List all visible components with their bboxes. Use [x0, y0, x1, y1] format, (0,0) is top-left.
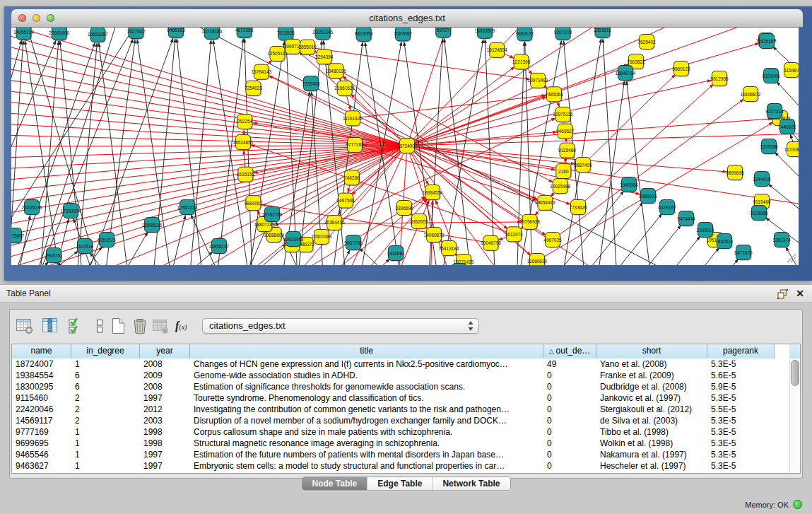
cell-title[interactable]: Estimation of significance thresholds fo… [190, 381, 543, 392]
graph-node[interactable]: 16648784 [616, 66, 636, 81]
cell-name[interactable]: 9115460 [12, 392, 71, 404]
cell-name[interactable]: 18724007 [12, 358, 71, 370]
cell-out_degree[interactable]: 0 [543, 381, 596, 392]
table-settings-icon[interactable] [16, 317, 34, 335]
table-row[interactable]: 1830029562008Estimation of significance … [12, 381, 800, 392]
minimize-window-button[interactable] [33, 14, 40, 22]
cell-short[interactable]: Stergiakouli et al. (2012) [596, 404, 707, 415]
graph-node[interactable]: 11310891 [784, 142, 799, 158]
graph-node[interactable]: 1527602 [127, 28, 146, 40]
graph-node[interactable]: 3391611 [594, 28, 611, 39]
cell-out_degree[interactable]: 0 [543, 426, 596, 438]
cell-title[interactable]: Tourette syndrome. Phenomenology and cla… [190, 392, 543, 404]
graph-node[interactable]: 8850?1 [452, 264, 468, 266]
graph-node[interactable]: 19654923 [535, 195, 555, 211]
column-header-out_de[interactable]: △out_de… [543, 344, 596, 358]
graph-node[interactable]: 1612074 [505, 227, 524, 243]
cell-year[interactable]: 1997 [140, 392, 190, 404]
graph-node[interactable]: 4967025 [543, 233, 562, 248]
graph-node[interactable]: 12505115 [142, 218, 163, 233]
cell-year[interactable]: 1998 [140, 438, 190, 449]
graph-node[interactable]: 2160 [556, 164, 572, 180]
graph-node[interactable]: 1445021 [778, 119, 796, 135]
cell-pagerank[interactable]: 5.3E-5 [707, 460, 775, 472]
column-header-pagerank[interactable]: pagerank [707, 344, 775, 358]
graph-node[interactable]: 19166872 [741, 87, 761, 103]
cell-year[interactable]: 1997 [140, 460, 190, 472]
graph-node[interactable]: 1640954 [620, 177, 638, 193]
cell-pagerank[interactable]: 5.6E-5 [707, 370, 775, 381]
cell-short[interactable]: Hescheler et al. (1997) [596, 460, 707, 472]
graph-node[interactable]: 19524851 [233, 135, 254, 151]
graph-node[interactable]: 1575187 [758, 34, 776, 49]
graph-node[interactable]: 5972? [436, 28, 452, 38]
cell-in_degree[interactable]: 6 [71, 381, 140, 392]
cell-name[interactable]: 22420046 [12, 404, 71, 415]
graph-node[interactable]: 9329966 [762, 69, 780, 84]
cell-name[interactable]: 9699695 [12, 438, 71, 449]
cell-name[interactable]: 14569117 [12, 415, 71, 426]
graph-node[interactable]: 1221398 [512, 54, 531, 70]
table-body[interactable]: 1872400712008Changes of HCN gene express… [12, 358, 800, 472]
cell-short[interactable]: Tibbo et al. (1998) [596, 426, 707, 438]
cell-title[interactable]: Structural magnetic resonance image aver… [190, 438, 543, 449]
graph-node[interactable]: 15413184 [439, 241, 459, 257]
row-height-icon[interactable] [90, 317, 109, 335]
cell-pagerank[interactable]: 5.3E-5 [707, 392, 775, 404]
graph-node[interactable]: 1244415 [753, 172, 771, 187]
table-row[interactable]: 1872400712008Changes of HCN gene express… [12, 358, 800, 370]
cell-out_degree[interactable]: 0 [543, 460, 596, 472]
graph-node[interactable]: 1114519 [76, 239, 94, 255]
graph-node[interactable]: 9207218 [554, 28, 572, 41]
graph-node[interactable]: 4906751 [45, 248, 63, 264]
graph-node[interactable]: 17359924 [61, 204, 81, 219]
cell-pagerank[interactable]: 5.3E-5 [707, 415, 775, 426]
cell-pagerank[interactable]: 5.3E-5 [707, 426, 775, 438]
graph-node[interactable]: 21661631 [334, 81, 355, 96]
close-panel-icon[interactable]: ✕ [796, 288, 804, 299]
cell-title[interactable]: Estimation of the future numbers of pati… [190, 449, 543, 460]
scrollbar-thumb[interactable] [791, 360, 799, 386]
column-header-in_degree[interactable]: in_degree [71, 344, 140, 358]
table-row[interactable]: 977716911998Corpus callosum shape and si… [12, 426, 800, 438]
cell-short[interactable]: Wolkin et al. (1998) [596, 438, 707, 449]
table-select-dropdown[interactable]: citations_edges.txt [202, 318, 479, 334]
table-row[interactable]: 911546021997Tourette syndrome. Phenomeno… [12, 392, 800, 404]
cell-short[interactable]: Nakamura et al. (1997) [596, 449, 707, 460]
cell-title[interactable]: Investigating the contribution of common… [190, 404, 543, 415]
graph-node[interactable]: 1283374 [772, 233, 791, 248]
graph-node[interactable]: 17957223 [177, 200, 198, 216]
column-header-title[interactable]: title [190, 344, 543, 358]
cell-year[interactable]: 1997 [140, 449, 190, 460]
table-vertical-scrollbar[interactable] [789, 358, 800, 473]
column-header-year[interactable]: year [140, 344, 190, 358]
graph-node[interactable]: 9777169 [346, 137, 364, 153]
graph-node[interactable]: 14069872 [424, 228, 445, 243]
cell-name[interactable]: 9777169 [12, 426, 71, 438]
cell-short[interactable]: de Silva et al. (2003) [596, 415, 707, 426]
graph-node[interactable]: 16784143 [251, 64, 271, 80]
graph-node[interactable]: 2855010 [298, 40, 317, 55]
cell-title[interactable]: Corpus callosum shape and size in male p… [190, 426, 543, 438]
float-panel-icon[interactable] [777, 289, 788, 299]
window-titlebar[interactable]: citations_edges.txt [11, 9, 803, 28]
graph-node[interactable]: 4671358 [235, 28, 254, 39]
network-canvas[interactable]: 1405571420691406106532871527602646616310… [11, 28, 799, 265]
cell-year[interactable]: 1998 [140, 426, 190, 438]
graph-node[interactable]: 252254 [237, 114, 253, 129]
cell-short[interactable]: Dudbridge et al. (2008) [596, 381, 707, 392]
cell-title[interactable]: Genome-wide association studies in ADHD. [190, 370, 543, 381]
graph-node[interactable]: 14055714 [13, 28, 34, 40]
graph-node[interactable]: 1209358 [760, 139, 778, 155]
graph-node[interactable]: 6497568 [336, 193, 355, 209]
select-rows-icon[interactable] [66, 317, 85, 335]
cell-title[interactable]: Changes of HCN gene expression and I(f) … [190, 358, 543, 370]
column-settings-icon[interactable] [41, 317, 59, 335]
graph-node[interactable]: 1615152 [237, 167, 255, 182]
cell-short[interactable]: Yano et al. (2008) [596, 358, 707, 370]
cell-short[interactable]: Jankovic et al. (1997) [596, 392, 707, 404]
graph-node[interactable]: 1316881 [387, 246, 405, 262]
graph-node[interactable]: 18480196 [326, 64, 346, 79]
table-row[interactable]: 2242004622012Investigating the contribut… [12, 404, 800, 415]
cell-in_degree[interactable]: 2 [71, 392, 140, 404]
